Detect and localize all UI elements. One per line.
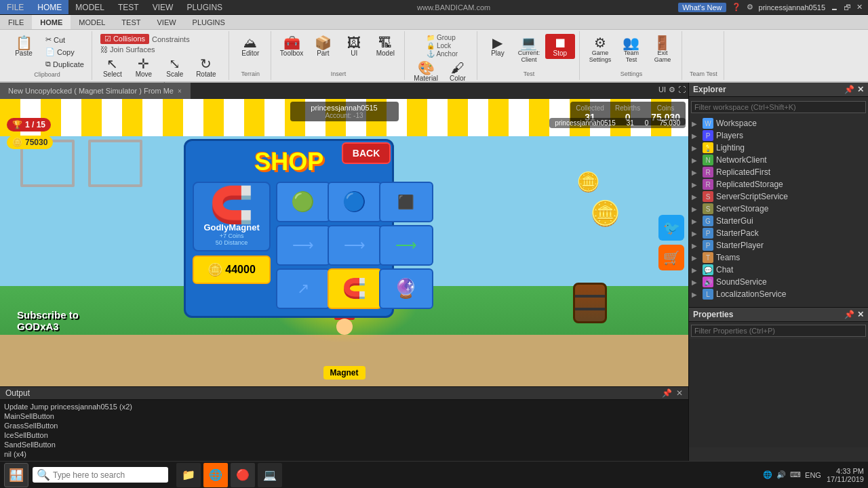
tab-close-btn[interactable]: × (178, 87, 182, 95)
output-pin[interactable]: 📌 (662, 388, 672, 398)
shop-item-1[interactable]: 🔵 (328, 182, 382, 222)
tab-model[interactable]: MODEL (71, 15, 113, 29)
move-btn[interactable]: ✛ Move (129, 55, 159, 80)
players-icon: P (703, 130, 713, 141)
menu-model[interactable]: MODEL (68, 0, 111, 14)
chat-arrow: ▶ (692, 266, 700, 274)
tab-view[interactable]: VIEW (149, 15, 184, 29)
shop-item-7[interactable]: 🧲 (328, 268, 382, 309)
tree-starterpack[interactable]: ▶ P StarterPack (689, 227, 868, 239)
menu-view[interactable]: VIEW (146, 0, 180, 14)
properties-close[interactable]: ✕ (857, 310, 864, 319)
tree-starterplayer[interactable]: ▶ P StarterPlayer (689, 239, 868, 251)
taskbar-search-input[interactable] (53, 470, 161, 480)
toolbox-btn[interactable]: 🧰 Toolbox (277, 34, 307, 59)
tab-test[interactable]: TEST (113, 15, 149, 29)
shop-item-2[interactable]: ⬛ (379, 182, 433, 222)
rotate-btn[interactable]: ↻ Rotate (191, 55, 221, 80)
viewport-settings[interactable]: ⚙ (669, 85, 675, 94)
tree-players[interactable]: ▶ P Players (689, 129, 868, 142)
menu-file[interactable]: FILE (0, 0, 31, 14)
tree-soundservice[interactable]: ▶ 🔊 SoundService (689, 276, 868, 288)
shop-item-4[interactable]: ⟶ (328, 225, 382, 266)
taskbar-app-explorer[interactable]: 📁 (176, 463, 201, 487)
shop-item-3[interactable]: ⟶ (276, 225, 330, 266)
shop-item-6[interactable]: ↗ (276, 268, 330, 309)
window-close[interactable]: ✕ (856, 3, 863, 12)
tab-home[interactable]: HOME (32, 15, 71, 29)
anchor-btn[interactable]: ⚓ Anchor (427, 50, 458, 58)
select-btn[interactable]: ↖ Select (98, 55, 127, 80)
tree-workspace[interactable]: ▶ W Workspace (689, 117, 868, 129)
stop-btn[interactable]: ⏹ Stop (545, 34, 575, 59)
team-test-btn[interactable]: 👥 TeamTest (616, 34, 646, 65)
duplicate-btn[interactable]: ⧉ Duplicate (42, 58, 87, 70)
join-surfaces-btn[interactable]: ⛓ Join Surfaces (100, 45, 155, 54)
lock-btn[interactable]: 🔒 Lock (427, 42, 451, 49)
tree-networkclient[interactable]: ▶ N NetworkClient (689, 154, 868, 166)
ui-btn[interactable]: 🖼 UI (339, 34, 369, 59)
taskbar-app-terminal[interactable]: 💻 (258, 463, 282, 487)
menu-plugins[interactable]: PLUGINS (180, 0, 229, 14)
tree-chat[interactable]: ▶ 💬 Chat (689, 264, 868, 276)
window-maximize[interactable]: 🗗 (844, 3, 851, 12)
ui-toggle[interactable]: UI (658, 85, 666, 94)
tree-localizationservice[interactable]: ▶ L LocalizationService (689, 288, 868, 300)
twitter-btn[interactable]: 🐦 (658, 215, 684, 241)
buy-button[interactable]: 🪙 44000 (193, 256, 271, 284)
group-btn[interactable]: 📁 Group (427, 34, 456, 41)
tree-replicatedstorage[interactable]: ▶ R ReplicatedStorage (689, 178, 868, 190)
game-settings-btn[interactable]: ⚙ GameSettings (585, 34, 615, 65)
tab-plugins[interactable]: PLUGINS (184, 15, 233, 29)
viewport-tab-main[interactable]: New Uncopylocked ( Magnet Simulator ) Fr… (0, 83, 191, 99)
shop-item-0[interactable]: 🟢 (276, 182, 330, 222)
taskbar-search-box[interactable]: 🔍 (33, 467, 168, 483)
window-minimize[interactable]: 🗕 (831, 3, 838, 12)
material-btn[interactable]: 🎨 Material (410, 59, 441, 84)
explorer-pin[interactable]: 📌 (844, 85, 854, 94)
shop-item-8[interactable]: 🔮 (379, 268, 433, 309)
exit-game-btn[interactable]: 🚪 ExitGame (648, 34, 677, 65)
start-btn[interactable]: 🪟 (4, 463, 28, 487)
menu-test[interactable]: TEST (111, 0, 146, 14)
model-icon: 🏗 (378, 36, 392, 49)
scale-btn[interactable]: ⤡ Scale (160, 55, 190, 80)
tree-serverscriptservice[interactable]: ▶ S ServerScriptService (689, 190, 868, 203)
tree-startergui[interactable]: ▶ G StarterGui (689, 215, 868, 227)
part-btn[interactable]: 📦 Part (308, 34, 338, 59)
item-icon-large: 🧲 (210, 187, 254, 222)
help-icon[interactable]: ❓ (732, 3, 741, 12)
taskbar-app-record[interactable]: 🔴 (231, 463, 255, 487)
shop-item-5[interactable]: ⟶ (379, 225, 433, 266)
cut-btn[interactable]: ✂ Cut (42, 34, 87, 45)
menu-home[interactable]: HOME (31, 0, 68, 14)
properties-search-input[interactable] (691, 325, 866, 337)
tab-file[interactable]: FILE (0, 15, 32, 29)
explorer-close[interactable]: ✕ (857, 85, 864, 94)
model-btn[interactable]: 🏗 Model (370, 34, 400, 59)
constraints-btn[interactable]: Constraints (152, 35, 190, 43)
copy-btn[interactable]: 📄 Copy (42, 46, 87, 58)
explorer-search-input[interactable] (691, 101, 866, 113)
properties-pin[interactable]: 📌 (844, 310, 854, 319)
color-btn[interactable]: 🖌 Color (443, 59, 473, 84)
output-close[interactable]: ✕ (676, 388, 683, 398)
shop-btn[interactable]: 🛒 (658, 245, 684, 270)
tree-serverstorage[interactable]: ▶ S ServerStorage (689, 203, 868, 215)
tree-replicatedfirst[interactable]: ▶ R ReplicatedFirst (689, 166, 868, 178)
game-viewport[interactable]: 🪙 🪙 Magnet 🏆 1 / 15 (0, 99, 688, 386)
settings-icon[interactable]: ⚙ (747, 3, 753, 12)
taskbar-app-chrome[interactable]: 🌐 (203, 463, 228, 487)
back-button[interactable]: BACK (342, 142, 391, 164)
collisions-btn[interactable]: ☑ Collisions (100, 34, 149, 44)
paste-btn[interactable]: 📋 Paste (7, 34, 41, 59)
tree-teams[interactable]: ▶ T Teams (689, 251, 868, 264)
edit-group: 🎨 Material 🖌 Color (410, 59, 473, 84)
viewport-expand[interactable]: ⛶ (678, 85, 686, 94)
menu-brand: www.BANDICAM.com (417, 3, 490, 12)
tree-lighting[interactable]: ▶ 💡 Lighting (689, 142, 868, 154)
current-client-btn[interactable]: 💻 Current: Client (514, 34, 544, 65)
whats-new-btn[interactable]: What's New (678, 3, 726, 12)
editor-btn[interactable]: ⛰ Editor (235, 34, 265, 59)
play-btn[interactable]: ▶ Play (483, 34, 513, 59)
